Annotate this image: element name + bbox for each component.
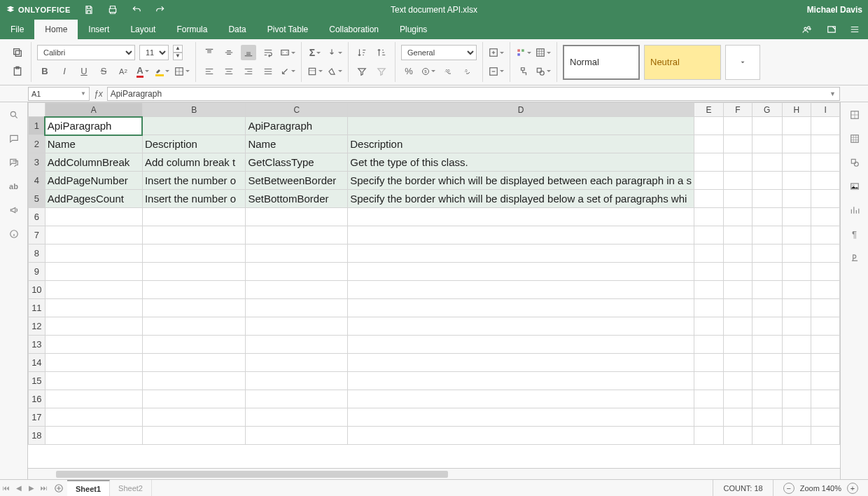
horizontal-scrollbar[interactable] [28, 468, 840, 479]
cell-B1[interactable] [142, 117, 246, 135]
cell-E18[interactable] [694, 427, 724, 445]
cell-H10[interactable] [782, 281, 811, 299]
align-justify-button[interactable] [260, 64, 276, 79]
cell-F4[interactable] [724, 172, 752, 190]
cell-E10[interactable] [694, 281, 724, 299]
cell-F3[interactable] [724, 153, 752, 172]
open-location-icon[interactable] [826, 25, 837, 34]
cell-F5[interactable] [724, 190, 752, 208]
cell-E11[interactable] [694, 299, 724, 317]
row-header-7[interactable]: 7 [29, 226, 46, 244]
cell-B13[interactable] [142, 336, 246, 354]
cell-H13[interactable] [782, 336, 811, 354]
cell-B17[interactable] [142, 408, 246, 427]
cell-A8[interactable] [45, 244, 142, 263]
cell-H16[interactable] [782, 390, 811, 408]
cell-D10[interactable] [348, 281, 694, 299]
cell-F9[interactable] [724, 263, 752, 281]
cell-I10[interactable] [811, 281, 840, 299]
user-name[interactable]: Michael Davis [807, 5, 862, 15]
cell-H18[interactable] [782, 427, 811, 445]
cell-F15[interactable] [724, 372, 752, 390]
cell-G16[interactable] [752, 390, 782, 408]
cell-D5[interactable]: Specify the border which will be display… [348, 190, 694, 208]
cell-A12[interactable] [45, 317, 142, 336]
row-header-16[interactable]: 16 [29, 390, 46, 408]
col-header-I[interactable]: I [811, 103, 840, 117]
cell-A7[interactable] [45, 226, 142, 244]
cell-F7[interactable] [724, 226, 752, 244]
cell-G1[interactable] [752, 117, 782, 135]
feedback-icon[interactable] [7, 203, 21, 217]
cell-D4[interactable]: Specify the border which will be display… [348, 172, 694, 190]
cell-E3[interactable] [694, 153, 724, 172]
cell-E16[interactable] [694, 390, 724, 408]
row-header-1[interactable]: 1 [29, 117, 46, 135]
fill-button[interactable] [327, 45, 342, 60]
menu-tab-insert[interactable]: Insert [78, 20, 120, 39]
cell-H15[interactable] [782, 372, 811, 390]
cell-A14[interactable] [45, 354, 142, 372]
cell-D3[interactable]: Get the type of this class. [348, 153, 694, 172]
menu-tab-pivot-table[interactable]: Pivot Table [257, 20, 318, 39]
cell-A1[interactable]: ApiParagraph [45, 117, 142, 135]
sheet-nav-first[interactable]: ⏮ [0, 484, 13, 492]
cell-H11[interactable] [782, 299, 811, 317]
menu-tab-collaboration[interactable]: Collaboration [318, 20, 389, 39]
align-bottom-button[interactable] [241, 45, 256, 60]
cell-H7[interactable] [782, 226, 811, 244]
insert-shape-button[interactable] [536, 64, 551, 79]
cell-E2[interactable] [694, 135, 724, 153]
cell-D18[interactable] [348, 427, 694, 445]
share-icon[interactable] [801, 25, 813, 34]
cell-F2[interactable] [724, 135, 752, 153]
cell-B3[interactable]: Add column break t [142, 153, 246, 172]
cell-I14[interactable] [811, 354, 840, 372]
cell-E12[interactable] [694, 317, 724, 336]
row-header-5[interactable]: 5 [29, 190, 46, 208]
row-header-9[interactable]: 9 [29, 263, 46, 281]
cell-H12[interactable] [782, 317, 811, 336]
named-range-button[interactable] [307, 64, 323, 79]
cell-I17[interactable] [811, 408, 840, 427]
cell-F1[interactable] [724, 117, 752, 135]
cell-E15[interactable] [694, 372, 724, 390]
col-header-F[interactable]: F [724, 103, 752, 117]
format-painter-button[interactable] [516, 64, 531, 79]
paste-icon[interactable] [10, 64, 25, 79]
cell-G9[interactable] [752, 263, 782, 281]
sheet-nav-last[interactable]: ⏭ [38, 484, 50, 492]
cell-A13[interactable] [45, 336, 142, 354]
align-left-button[interactable] [202, 64, 217, 79]
row-header-2[interactable]: 2 [29, 135, 46, 153]
cell-C14[interactable] [246, 354, 348, 372]
cell-A10[interactable] [45, 281, 142, 299]
cell-F11[interactable] [724, 299, 752, 317]
cell-F17[interactable] [724, 408, 752, 427]
paragraph-settings-icon[interactable]: ¶ [848, 227, 862, 241]
chart-settings-icon[interactable] [848, 203, 862, 217]
cell-B6[interactable] [142, 208, 246, 226]
cell-H17[interactable] [782, 408, 811, 427]
cell-C17[interactable] [246, 408, 348, 427]
cell-C13[interactable] [246, 336, 348, 354]
menu-tab-data[interactable]: Data [218, 20, 256, 39]
cell-C9[interactable] [246, 263, 348, 281]
cell-D7[interactable] [348, 226, 694, 244]
cell-A3[interactable]: AddColumnBreak [45, 153, 142, 172]
increase-decimal-button[interactable]: .0 [460, 64, 475, 79]
cell-B14[interactable] [142, 354, 246, 372]
cell-D8[interactable] [348, 244, 694, 263]
cell-B8[interactable] [142, 244, 246, 263]
cell-C18[interactable] [246, 427, 348, 445]
cell-A18[interactable] [45, 427, 142, 445]
cell-G17[interactable] [752, 408, 782, 427]
cell-B15[interactable] [142, 372, 246, 390]
superscript-button[interactable]: A2 [115, 64, 131, 79]
table-settings-icon[interactable] [848, 132, 862, 146]
textart-settings-icon[interactable] [848, 251, 862, 265]
cell-A5[interactable]: AddPagesCount [45, 190, 142, 208]
table-template-button[interactable] [536, 45, 551, 60]
cell-C12[interactable] [246, 317, 348, 336]
chat-icon[interactable] [7, 156, 21, 170]
